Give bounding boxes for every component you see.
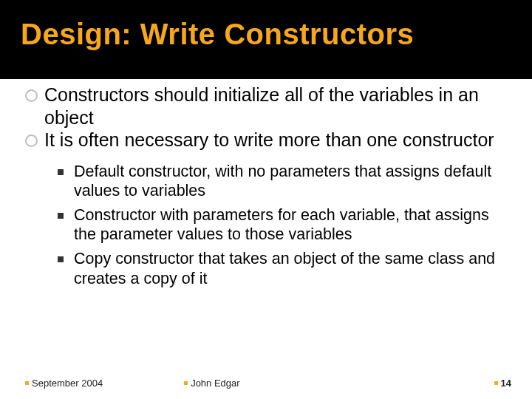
footer-page-number: 14 bbox=[501, 378, 511, 389]
slide-title: Design: Write Constructors bbox=[21, 18, 532, 51]
footer-date: September 2004 bbox=[25, 378, 103, 389]
secondary-bullet: Default constructor, with no parameters … bbox=[58, 162, 507, 201]
footer-date-text: September 2004 bbox=[32, 378, 103, 389]
footer-page: 14 bbox=[494, 378, 511, 389]
title-band: Design: Write Constructors bbox=[0, 0, 532, 79]
slide-footer: September 2004 John Edgar 14 bbox=[0, 378, 532, 389]
slide-body: Constructors should initialize all of th… bbox=[0, 79, 532, 288]
secondary-bullet: Copy constructor that takes an object of… bbox=[58, 249, 507, 288]
primary-bullet: It is often necessary to write more than… bbox=[25, 129, 507, 151]
bullet-icon bbox=[494, 381, 498, 385]
footer-author: John Edgar bbox=[103, 378, 494, 389]
secondary-bullet: Constructor with parameters for each var… bbox=[58, 205, 507, 245]
primary-bullet: Constructors should initialize all of th… bbox=[25, 83, 507, 129]
primary-bullet-list: Constructors should initialize all of th… bbox=[25, 83, 507, 151]
bullet-icon bbox=[25, 381, 29, 385]
secondary-bullet-list: Default constructor, with no parameters … bbox=[25, 162, 507, 289]
footer-author-text: John Edgar bbox=[191, 378, 240, 389]
bullet-icon bbox=[184, 381, 188, 385]
